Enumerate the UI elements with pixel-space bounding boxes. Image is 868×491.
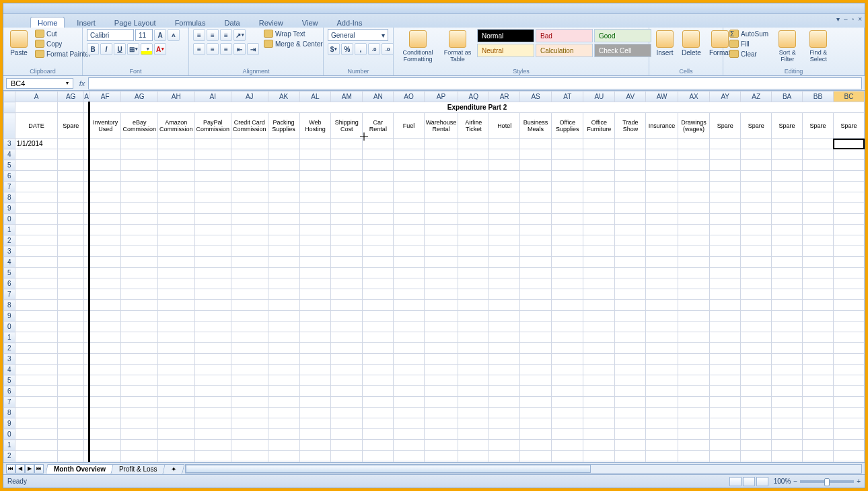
- cell[interactable]: [519, 343, 551, 354]
- cell[interactable]: [741, 408, 772, 418]
- cell[interactable]: [424, 343, 458, 354]
- cell[interactable]: [552, 203, 583, 214]
- column-header[interactable]: AG: [121, 91, 158, 102]
- cell[interactable]: [803, 139, 834, 149]
- cell[interactable]: [158, 203, 195, 214]
- cell[interactable]: [299, 268, 331, 278]
- cell[interactable]: [710, 192, 741, 203]
- cell[interactable]: [741, 365, 772, 375]
- cell[interactable]: [741, 192, 772, 203]
- cell[interactable]: [58, 343, 84, 354]
- cell[interactable]: [15, 300, 58, 311]
- cell[interactable]: [299, 300, 331, 311]
- tab-addins[interactable]: Add-Ins: [330, 17, 369, 28]
- cell[interactable]: [15, 375, 58, 386]
- cell[interactable]: [458, 354, 489, 365]
- cell[interactable]: [394, 192, 424, 203]
- cell[interactable]: [615, 225, 646, 235]
- cell[interactable]: [299, 160, 331, 171]
- cell[interactable]: [158, 386, 195, 397]
- cell[interactable]: [741, 214, 772, 225]
- cell[interactable]: [833, 278, 864, 289]
- cell[interactable]: [710, 268, 741, 278]
- column-header[interactable]: AG: [58, 91, 84, 102]
- cell[interactable]: [552, 235, 583, 246]
- cell[interactable]: [615, 203, 646, 214]
- cell[interactable]: [363, 160, 394, 171]
- cell[interactable]: [424, 192, 458, 203]
- cell[interactable]: [394, 214, 424, 225]
- cell[interactable]: [615, 418, 646, 429]
- cell[interactable]: [58, 182, 84, 192]
- cell[interactable]: [424, 246, 458, 257]
- cell[interactable]: [194, 289, 231, 300]
- restore-icon[interactable]: ▫: [852, 15, 855, 23]
- cell[interactable]: [15, 386, 58, 397]
- cell[interactable]: [772, 375, 803, 386]
- cell[interactable]: [58, 139, 84, 149]
- cell[interactable]: [803, 408, 834, 418]
- cell[interactable]: [741, 235, 772, 246]
- column-header[interactable]: AZ: [741, 91, 772, 102]
- cell[interactable]: [489, 203, 520, 214]
- cell[interactable]: [363, 203, 394, 214]
- cell[interactable]: [268, 375, 299, 386]
- cell[interactable]: [394, 149, 424, 160]
- cell[interactable]: [231, 278, 268, 289]
- column-header[interactable]: AY: [710, 91, 741, 102]
- cell[interactable]: [615, 149, 646, 160]
- cell[interactable]: [424, 182, 458, 192]
- cell[interactable]: [489, 149, 520, 160]
- cell[interactable]: [231, 311, 268, 322]
- cell[interactable]: [552, 225, 583, 235]
- cell[interactable]: [803, 160, 834, 171]
- cell[interactable]: [194, 257, 231, 268]
- row-header[interactable]: 8: [4, 408, 15, 418]
- cell[interactable]: [424, 375, 458, 386]
- cell[interactable]: [615, 332, 646, 343]
- align-middle-button[interactable]: ≡: [207, 29, 219, 41]
- cell[interactable]: [158, 461, 195, 463]
- cell[interactable]: [803, 182, 834, 192]
- cell[interactable]: [121, 160, 158, 171]
- column-header[interactable]: AN: [363, 91, 394, 102]
- cell[interactable]: [833, 343, 864, 354]
- cell[interactable]: [646, 246, 678, 257]
- cell[interactable]: [58, 429, 84, 440]
- cell[interactable]: [646, 311, 678, 322]
- cell[interactable]: [519, 257, 551, 268]
- cell[interactable]: [678, 139, 709, 149]
- cell[interactable]: [583, 160, 615, 171]
- cell[interactable]: [489, 235, 520, 246]
- cell[interactable]: [552, 365, 583, 375]
- column-header[interactable]: BA: [772, 91, 803, 102]
- cell[interactable]: [231, 354, 268, 365]
- cell[interactable]: [231, 235, 268, 246]
- font-color-button[interactable]: A: [154, 43, 166, 55]
- column-header[interactable]: AK: [268, 91, 299, 102]
- cell[interactable]: [458, 289, 489, 300]
- cell[interactable]: [458, 375, 489, 386]
- cell[interactable]: [741, 182, 772, 192]
- cell[interactable]: [89, 418, 121, 429]
- tab-page-layout[interactable]: Page Layout: [108, 17, 163, 28]
- cell[interactable]: [15, 408, 58, 418]
- cell[interactable]: [615, 289, 646, 300]
- cell[interactable]: [121, 386, 158, 397]
- cell[interactable]: [121, 300, 158, 311]
- cell[interactable]: [772, 268, 803, 278]
- cell[interactable]: [710, 171, 741, 182]
- cell[interactable]: [15, 182, 58, 192]
- cell[interactable]: [15, 365, 58, 375]
- cell[interactable]: [158, 418, 195, 429]
- cell[interactable]: [268, 386, 299, 397]
- cell[interactable]: [89, 397, 121, 408]
- cell[interactable]: [121, 139, 158, 149]
- cell[interactable]: [710, 149, 741, 160]
- cell[interactable]: [268, 322, 299, 332]
- cell[interactable]: [158, 278, 195, 289]
- cell[interactable]: [121, 268, 158, 278]
- cell[interactable]: [552, 246, 583, 257]
- cell[interactable]: [646, 149, 678, 160]
- row-header[interactable]: 5: [4, 375, 15, 386]
